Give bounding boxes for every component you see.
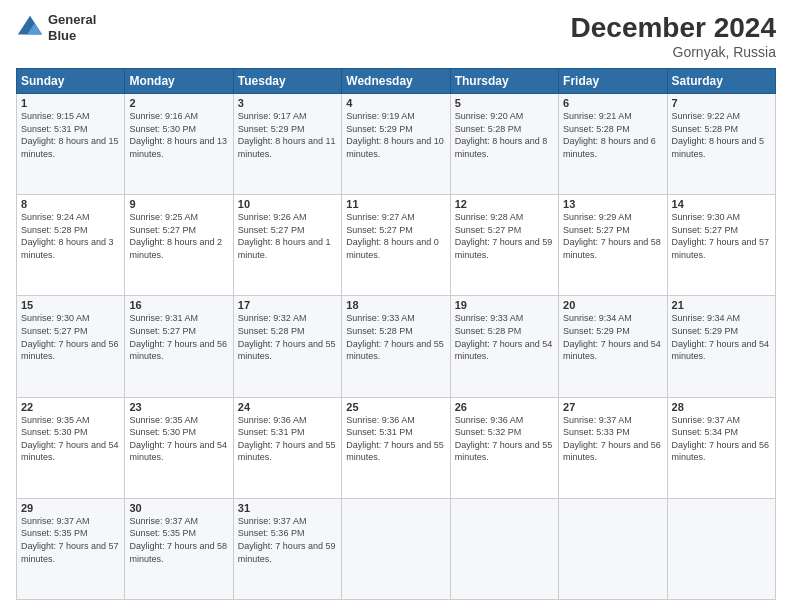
calendar-cell: 6Sunrise: 9:21 AM Sunset: 5:28 PM Daylig… [559, 94, 667, 195]
day-number: 21 [672, 299, 771, 311]
week-row-1: 1Sunrise: 9:15 AM Sunset: 5:31 PM Daylig… [17, 94, 776, 195]
day-number: 5 [455, 97, 554, 109]
day-number: 12 [455, 198, 554, 210]
logo: General Blue [16, 12, 96, 43]
day-info: Sunrise: 9:37 AM Sunset: 5:35 PM Dayligh… [129, 515, 228, 565]
calendar-cell: 13Sunrise: 9:29 AM Sunset: 5:27 PM Dayli… [559, 195, 667, 296]
day-info: Sunrise: 9:37 AM Sunset: 5:35 PM Dayligh… [21, 515, 120, 565]
day-number: 25 [346, 401, 445, 413]
month-title: December 2024 [571, 12, 776, 44]
header: General Blue December 2024 Gornyak, Russ… [16, 12, 776, 60]
calendar-cell: 10Sunrise: 9:26 AM Sunset: 5:27 PM Dayli… [233, 195, 341, 296]
day-info: Sunrise: 9:16 AM Sunset: 5:30 PM Dayligh… [129, 110, 228, 160]
day-number: 3 [238, 97, 337, 109]
weekday-header-tuesday: Tuesday [233, 69, 341, 94]
week-row-4: 22Sunrise: 9:35 AM Sunset: 5:30 PM Dayli… [17, 397, 776, 498]
day-number: 2 [129, 97, 228, 109]
day-number: 22 [21, 401, 120, 413]
day-info: Sunrise: 9:35 AM Sunset: 5:30 PM Dayligh… [21, 414, 120, 464]
day-info: Sunrise: 9:30 AM Sunset: 5:27 PM Dayligh… [21, 312, 120, 362]
day-number: 18 [346, 299, 445, 311]
page: General Blue December 2024 Gornyak, Russ… [0, 0, 792, 612]
day-number: 8 [21, 198, 120, 210]
day-number: 4 [346, 97, 445, 109]
calendar-cell: 5Sunrise: 9:20 AM Sunset: 5:28 PM Daylig… [450, 94, 558, 195]
title-block: December 2024 Gornyak, Russia [571, 12, 776, 60]
calendar-cell: 20Sunrise: 9:34 AM Sunset: 5:29 PM Dayli… [559, 296, 667, 397]
calendar-cell: 21Sunrise: 9:34 AM Sunset: 5:29 PM Dayli… [667, 296, 775, 397]
day-info: Sunrise: 9:32 AM Sunset: 5:28 PM Dayligh… [238, 312, 337, 362]
day-info: Sunrise: 9:36 AM Sunset: 5:31 PM Dayligh… [238, 414, 337, 464]
calendar-cell: 1Sunrise: 9:15 AM Sunset: 5:31 PM Daylig… [17, 94, 125, 195]
day-info: Sunrise: 9:36 AM Sunset: 5:32 PM Dayligh… [455, 414, 554, 464]
day-number: 9 [129, 198, 228, 210]
day-number: 20 [563, 299, 662, 311]
location: Gornyak, Russia [571, 44, 776, 60]
day-info: Sunrise: 9:34 AM Sunset: 5:29 PM Dayligh… [672, 312, 771, 362]
day-number: 27 [563, 401, 662, 413]
day-info: Sunrise: 9:31 AM Sunset: 5:27 PM Dayligh… [129, 312, 228, 362]
day-info: Sunrise: 9:36 AM Sunset: 5:31 PM Dayligh… [346, 414, 445, 464]
week-row-3: 15Sunrise: 9:30 AM Sunset: 5:27 PM Dayli… [17, 296, 776, 397]
weekday-header-monday: Monday [125, 69, 233, 94]
day-info: Sunrise: 9:34 AM Sunset: 5:29 PM Dayligh… [563, 312, 662, 362]
day-number: 13 [563, 198, 662, 210]
day-number: 15 [21, 299, 120, 311]
day-number: 14 [672, 198, 771, 210]
weekday-header-friday: Friday [559, 69, 667, 94]
weekday-header-row: SundayMondayTuesdayWednesdayThursdayFrid… [17, 69, 776, 94]
day-info: Sunrise: 9:27 AM Sunset: 5:27 PM Dayligh… [346, 211, 445, 261]
calendar-cell: 7Sunrise: 9:22 AM Sunset: 5:28 PM Daylig… [667, 94, 775, 195]
calendar-cell: 9Sunrise: 9:25 AM Sunset: 5:27 PM Daylig… [125, 195, 233, 296]
calendar-cell: 17Sunrise: 9:32 AM Sunset: 5:28 PM Dayli… [233, 296, 341, 397]
day-info: Sunrise: 9:35 AM Sunset: 5:30 PM Dayligh… [129, 414, 228, 464]
calendar-cell [342, 498, 450, 599]
day-info: Sunrise: 9:20 AM Sunset: 5:28 PM Dayligh… [455, 110, 554, 160]
calendar-cell: 16Sunrise: 9:31 AM Sunset: 5:27 PM Dayli… [125, 296, 233, 397]
day-number: 28 [672, 401, 771, 413]
calendar-cell: 27Sunrise: 9:37 AM Sunset: 5:33 PM Dayli… [559, 397, 667, 498]
calendar-cell: 15Sunrise: 9:30 AM Sunset: 5:27 PM Dayli… [17, 296, 125, 397]
calendar-cell: 22Sunrise: 9:35 AM Sunset: 5:30 PM Dayli… [17, 397, 125, 498]
day-info: Sunrise: 9:37 AM Sunset: 5:34 PM Dayligh… [672, 414, 771, 464]
calendar-cell: 28Sunrise: 9:37 AM Sunset: 5:34 PM Dayli… [667, 397, 775, 498]
calendar-body: 1Sunrise: 9:15 AM Sunset: 5:31 PM Daylig… [17, 94, 776, 600]
day-info: Sunrise: 9:28 AM Sunset: 5:27 PM Dayligh… [455, 211, 554, 261]
calendar-cell: 18Sunrise: 9:33 AM Sunset: 5:28 PM Dayli… [342, 296, 450, 397]
day-number: 19 [455, 299, 554, 311]
calendar-cell [667, 498, 775, 599]
day-info: Sunrise: 9:25 AM Sunset: 5:27 PM Dayligh… [129, 211, 228, 261]
logo-text: General Blue [48, 12, 96, 43]
day-number: 16 [129, 299, 228, 311]
calendar-cell: 23Sunrise: 9:35 AM Sunset: 5:30 PM Dayli… [125, 397, 233, 498]
calendar-cell: 26Sunrise: 9:36 AM Sunset: 5:32 PM Dayli… [450, 397, 558, 498]
day-number: 23 [129, 401, 228, 413]
week-row-2: 8Sunrise: 9:24 AM Sunset: 5:28 PM Daylig… [17, 195, 776, 296]
day-info: Sunrise: 9:15 AM Sunset: 5:31 PM Dayligh… [21, 110, 120, 160]
calendar-cell: 30Sunrise: 9:37 AM Sunset: 5:35 PM Dayli… [125, 498, 233, 599]
day-info: Sunrise: 9:17 AM Sunset: 5:29 PM Dayligh… [238, 110, 337, 160]
calendar-cell: 8Sunrise: 9:24 AM Sunset: 5:28 PM Daylig… [17, 195, 125, 296]
day-number: 7 [672, 97, 771, 109]
calendar-cell [450, 498, 558, 599]
calendar-cell: 31Sunrise: 9:37 AM Sunset: 5:36 PM Dayli… [233, 498, 341, 599]
day-info: Sunrise: 9:37 AM Sunset: 5:36 PM Dayligh… [238, 515, 337, 565]
calendar-cell: 4Sunrise: 9:19 AM Sunset: 5:29 PM Daylig… [342, 94, 450, 195]
calendar-cell: 14Sunrise: 9:30 AM Sunset: 5:27 PM Dayli… [667, 195, 775, 296]
weekday-header-thursday: Thursday [450, 69, 558, 94]
weekday-header-saturday: Saturday [667, 69, 775, 94]
logo-icon [16, 14, 44, 42]
day-number: 24 [238, 401, 337, 413]
day-number: 10 [238, 198, 337, 210]
day-info: Sunrise: 9:26 AM Sunset: 5:27 PM Dayligh… [238, 211, 337, 261]
day-number: 29 [21, 502, 120, 514]
calendar-cell: 25Sunrise: 9:36 AM Sunset: 5:31 PM Dayli… [342, 397, 450, 498]
day-number: 26 [455, 401, 554, 413]
day-number: 11 [346, 198, 445, 210]
calendar-header: SundayMondayTuesdayWednesdayThursdayFrid… [17, 69, 776, 94]
day-number: 17 [238, 299, 337, 311]
week-row-5: 29Sunrise: 9:37 AM Sunset: 5:35 PM Dayli… [17, 498, 776, 599]
day-number: 30 [129, 502, 228, 514]
day-info: Sunrise: 9:24 AM Sunset: 5:28 PM Dayligh… [21, 211, 120, 261]
day-info: Sunrise: 9:21 AM Sunset: 5:28 PM Dayligh… [563, 110, 662, 160]
